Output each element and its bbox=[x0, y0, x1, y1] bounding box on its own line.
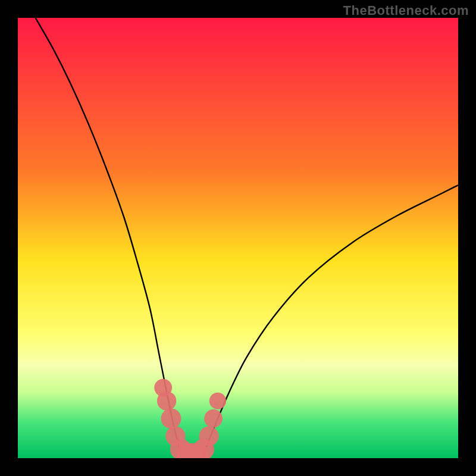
watermark-text: TheBottleneck.com bbox=[343, 3, 469, 18]
floor-marker bbox=[199, 426, 219, 446]
plot-background bbox=[18, 18, 458, 458]
floor-marker bbox=[157, 392, 176, 411]
bottleneck-chart bbox=[0, 0, 476, 476]
chart-frame: TheBottleneck.com bbox=[0, 0, 476, 476]
floor-marker bbox=[209, 393, 226, 409]
floor-marker bbox=[204, 409, 223, 428]
floor-marker bbox=[161, 408, 181, 428]
